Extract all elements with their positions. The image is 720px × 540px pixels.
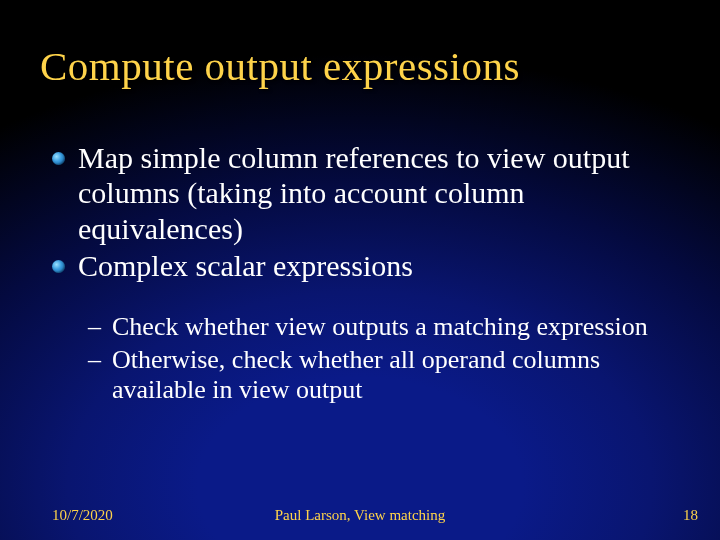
sub-bullet-text: Otherwise, check whether all operand col… [112,345,600,405]
footer-author: Paul Larson, View matching [0,507,720,524]
bullet-text: Map simple column references to view out… [78,141,630,245]
dash-icon: – [88,312,101,343]
sub-bullet-item: – Check whether view outputs a matching … [88,312,700,343]
slide: Compute output expressions Map simple co… [0,0,720,540]
bullet-item: Complex scalar expressions [52,248,690,283]
footer-page: 18 [683,507,698,524]
dash-icon: – [88,345,101,376]
slide-title: Compute output expressions [40,42,700,90]
bullet-text: Complex scalar expressions [78,249,413,282]
bullet-item: Map simple column references to view out… [52,140,690,246]
sub-bullets: – Check whether view outputs a matching … [88,312,700,408]
sub-bullet-item: – Otherwise, check whether all operand c… [88,345,700,406]
sub-bullet-text: Check whether view outputs a matching ex… [112,312,648,341]
body-bullets: Map simple column references to view out… [52,140,690,286]
bullet-icon [52,152,65,165]
bullet-icon [52,260,65,273]
